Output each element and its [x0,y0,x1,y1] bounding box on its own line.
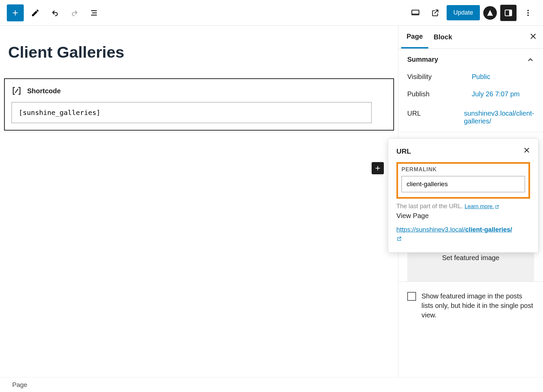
shortcode-icon [12,86,22,96]
permalink-prefix: https://sunshinev3.local/ [396,226,465,233]
kebab-icon [524,9,532,17]
url-popover-header: URL [396,147,530,155]
page-title[interactable]: Client Galleries [8,43,394,61]
view-page-label: View Page [396,212,530,220]
summary-panel-header[interactable]: Summary [407,56,534,63]
desktop-icon [411,8,420,18]
external-link-icon [396,236,402,241]
document-overview-button[interactable] [86,5,102,21]
add-block-button[interactable] [7,4,24,21]
avatar-icon [486,9,494,17]
shortcode-block-header: Shortcode [12,86,387,96]
update-button[interactable]: Update [447,5,480,20]
sidebar-tabs: Page Block [398,26,543,49]
tab-block[interactable]: Block [428,26,457,48]
permalink-slug: client-galleries/ [465,226,512,233]
close-icon [523,147,530,154]
top-toolbar: Update [0,0,543,26]
svg-point-5 [527,15,529,16]
breadcrumb[interactable]: Page [0,377,543,392]
external-link-icon [431,8,439,17]
editor-canvas: Client Galleries Shortcode [0,26,398,377]
featured-image-checkbox-label: Show featured image in the posts lists o… [422,291,534,320]
edit-mode-button[interactable] [27,5,43,21]
pencil-icon [31,8,40,17]
toolbar-left-group [7,4,102,21]
permalink-label: PERMALINK [401,166,525,173]
shortcode-block[interactable]: Shortcode [4,78,394,131]
view-button[interactable] [407,5,424,21]
permalink-input[interactable] [401,176,525,192]
plus-icon [374,164,381,172]
svg-rect-2 [509,10,512,16]
toolbar-right-group: Update [407,5,536,21]
publish-label: Publish [407,90,472,98]
featured-image-checkbox[interactable] [407,292,416,301]
redo-button[interactable] [67,5,83,21]
sidebar-panel-icon [504,8,513,17]
chevron-up-icon [527,56,534,63]
external-open-icon-row [396,236,530,243]
settings-panel-button[interactable] [500,5,517,21]
avatar[interactable] [483,6,497,20]
undo-button[interactable] [47,5,63,21]
row-publish: Publish July 26 7:07 pm [407,90,534,98]
row-visibility: Visibility Public [407,73,534,81]
insert-block-below-button[interactable] [372,162,384,174]
visibility-label: Visibility [407,73,472,81]
permalink-highlight-box: PERMALINK [396,162,530,199]
url-value[interactable]: sunshinev3.local/client-galleries/ [464,110,534,125]
shortcode-input[interactable] [12,102,372,123]
learn-more-link[interactable]: Learn more. [465,203,499,209]
featured-image-checkbox-row: Show featured image in the posts lists o… [398,282,543,327]
close-popover-button[interactable] [523,147,530,155]
options-menu-button[interactable] [520,5,536,21]
plus-icon [11,8,20,17]
publish-value[interactable]: July 26 7:07 pm [472,90,534,98]
url-popover-title: URL [396,147,411,155]
row-url: URL sunshinev3.local/client-galleries/ [407,110,534,125]
svg-point-3 [527,10,529,11]
visibility-value[interactable]: Public [472,73,534,81]
preview-link-button[interactable] [427,5,443,21]
url-popover: URL PERMALINK The last part of the URL. … [388,138,539,253]
close-sidebar-button[interactable] [529,33,537,42]
tab-page[interactable]: Page [401,26,428,48]
redo-icon [70,8,79,18]
close-icon [529,33,537,40]
permalink-helper-text: The last part of the URL. [396,203,465,210]
url-label: URL [407,110,464,125]
svg-point-4 [527,12,529,14]
shortcode-label: Shortcode [27,87,61,95]
external-link-icon [494,204,499,209]
summary-title: Summary [407,56,438,63]
full-permalink-link[interactable]: https://sunshinev3.local/client-gallerie… [396,226,512,233]
list-icon [90,8,99,17]
summary-panel: Summary Visibility Public Publish July 2… [398,49,543,132]
